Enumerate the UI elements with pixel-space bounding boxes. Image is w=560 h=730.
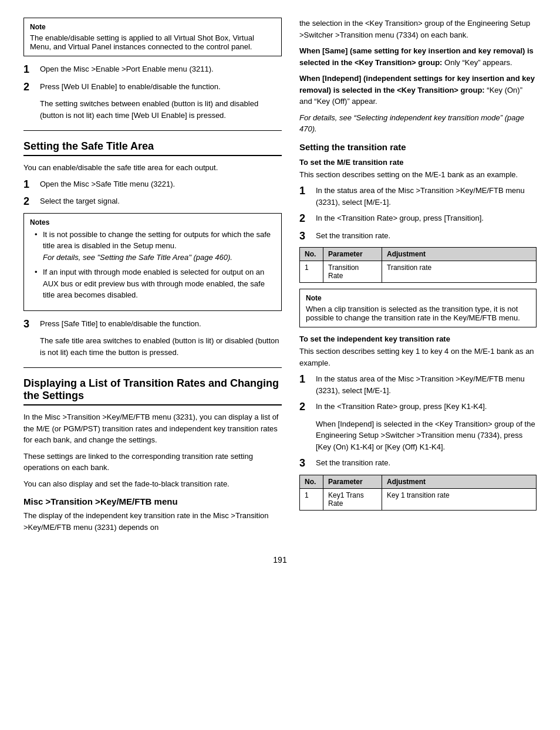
- right-column: the selection in the <Key Transition> gr…: [299, 18, 537, 538]
- step-number: 2: [299, 212, 316, 225]
- step-text: Press [Web UI Enable] to enable/disable …: [40, 81, 282, 93]
- table-me-transition: No. Parameter Adjustment 1 TransitionRat…: [299, 247, 537, 283]
- subsection-text: The display of the independent key trans…: [23, 510, 282, 533]
- sub1-intro: This section describes setting on the M/…: [299, 169, 537, 181]
- step-sub: The setting switches between enabled (bu…: [40, 98, 282, 121]
- step-text: Open the Misc >Enable >Port Enable menu …: [40, 63, 282, 75]
- step-text: In the status area of the Misc >Transiti…: [316, 185, 537, 208]
- step-sub: The safe title area switches to enabled …: [40, 335, 282, 358]
- bold-item2: When [Independ] (independent settings fo…: [299, 73, 537, 107]
- sub2-intro: This section describes setting key 1 to …: [299, 346, 537, 369]
- th-adj: Adjustment: [382, 475, 537, 488]
- left-column: Note The enable/disable setting is appli…: [23, 18, 282, 538]
- note-text: The enable/disable setting is applied to…: [30, 33, 254, 51]
- bullet-text: If an input with through mode enabled is…: [43, 266, 275, 301]
- bold-item1-text: Only “Key” appears.: [444, 58, 512, 67]
- right-intro1: the selection in the <Key Transition> gr…: [299, 18, 537, 40]
- step-number: 1: [299, 185, 316, 198]
- step-item: 1 Open the Misc >Safe Title menu (3221).: [23, 178, 282, 191]
- td-no: 1: [300, 488, 323, 510]
- section-transition-rates: Displaying a List of Transition Rates an…: [23, 377, 282, 405]
- step-text: Set the transition rate.: [316, 457, 537, 469]
- step-text: Press [Safe Title] to enable/disable the…: [40, 318, 282, 330]
- step-number: 3: [23, 318, 40, 331]
- step-number: 3: [299, 230, 316, 243]
- step-sub: When [Independ] is selected in the <Key …: [316, 418, 537, 453]
- sub2-step3: 3 Set the transition rate.: [299, 457, 537, 470]
- step-item: 2 In the <Transition Rate> group, press …: [299, 212, 537, 225]
- step-text: Open the Misc >Safe Title menu (3221).: [40, 178, 282, 190]
- notes-bullets: • It is not possible to change the setti…: [35, 229, 275, 301]
- step-item: 2 Press [Web UI Enable] to enable/disabl…: [23, 81, 282, 94]
- step-number: 2: [23, 81, 40, 94]
- step-text: Set the transition rate.: [316, 230, 537, 242]
- td-param: TransitionRate: [323, 261, 382, 283]
- th-param: Parameter: [323, 248, 382, 261]
- sub1-title: To set the M/E transition rate: [299, 158, 537, 167]
- divider: [23, 367, 282, 368]
- section-intro1: In the Misc >Transition >Key/ME/FTB menu…: [23, 411, 282, 446]
- note-box-transition: Note When a clip transition is selected …: [299, 289, 537, 327]
- section-intro2: These settings are linked to the corresp…: [23, 451, 282, 474]
- step-item: 3 Press [Safe Title] to enable/disable t…: [23, 318, 282, 331]
- step-item: 2 Select the target signal.: [23, 195, 282, 208]
- th-adj: Adjustment: [382, 248, 537, 261]
- initial-steps: 1 Open the Misc >Enable >Port Enable men…: [23, 63, 282, 93]
- step-number: 1: [299, 373, 316, 386]
- page-number: 191: [23, 555, 537, 565]
- step-item: 1 In the status area of the Misc >Transi…: [299, 185, 537, 208]
- step-text: In the status area of the Misc >Transiti…: [316, 373, 537, 396]
- note-label: Note: [30, 23, 275, 31]
- table-row: 1 TransitionRate Transition rate: [300, 261, 537, 283]
- section-intro: You can enable/disable the safe title ar…: [23, 162, 282, 174]
- section-intro3: You can also display and set the fade-to…: [23, 478, 282, 490]
- subsection-misc-menu: Misc >Transition >Key/ME/FTB menu: [23, 496, 282, 506]
- divider: [23, 130, 282, 131]
- step-number: 3: [299, 457, 316, 470]
- table-row: 1 Key1 TransRate Key 1 transition rate: [300, 488, 537, 510]
- notes-box: Notes • It is not possible to change the…: [23, 213, 282, 311]
- bullet-item: • It is not possible to change the setti…: [35, 229, 275, 263]
- step-number: 2: [299, 401, 316, 414]
- step-text: In the <Transition Rate> group, press [T…: [316, 212, 537, 224]
- step-item: 2 In the <Transition Rate> group, press …: [299, 401, 537, 414]
- section-safe-title: Setting the Safe Title Area: [23, 140, 282, 156]
- step-item: 3 Set the transition rate.: [299, 230, 537, 243]
- bold-item1: When [Same] (same setting for key insert…: [299, 45, 537, 68]
- italic-note: For details, see “Selecting independent …: [299, 112, 537, 135]
- sub1-steps: 1 In the status area of the Misc >Transi…: [299, 185, 537, 242]
- step-number: 1: [23, 63, 40, 76]
- step-item: 1 In the status area of the Misc >Transi…: [299, 373, 537, 396]
- note-text: When a clip transition is selected as th…: [306, 305, 520, 322]
- step-text: In the <Transition Rate> group, press [K…: [316, 401, 537, 413]
- bullet-text: It is not possible to change the setting…: [43, 229, 275, 263]
- bullet-item: • If an input with through mode enabled …: [35, 266, 275, 301]
- td-no: 1: [300, 261, 323, 283]
- th-no: No.: [300, 248, 323, 261]
- sub2-steps: 1 In the status area of the Misc >Transi…: [299, 373, 537, 414]
- note-label: Note: [306, 294, 530, 302]
- step-number: 1: [23, 178, 40, 191]
- notes-label: Notes: [30, 218, 275, 227]
- td-adj: Key 1 transition rate: [382, 488, 537, 510]
- subsection-transition-rate: Setting the transition rate: [299, 142, 537, 152]
- th-param: Parameter: [323, 475, 382, 488]
- step-number: 2: [23, 195, 40, 208]
- note-box-top: Note The enable/disable setting is appli…: [23, 18, 282, 56]
- step-text: Select the target signal.: [40, 195, 282, 207]
- th-no: No.: [300, 475, 323, 488]
- td-param: Key1 TransRate: [323, 488, 382, 510]
- sub2-title: To set the independent key transition ra…: [299, 334, 537, 343]
- safe-title-steps: 1 Open the Misc >Safe Title menu (3221).…: [23, 178, 282, 208]
- table-key-transition: No. Parameter Adjustment 1 Key1 TransRat…: [299, 475, 537, 511]
- td-adj: Transition rate: [382, 261, 537, 283]
- step-item: 3 Set the transition rate.: [299, 457, 537, 470]
- safe-title-step3: 3 Press [Safe Title] to enable/disable t…: [23, 318, 282, 331]
- step-item: 1 Open the Misc >Enable >Port Enable men…: [23, 63, 282, 76]
